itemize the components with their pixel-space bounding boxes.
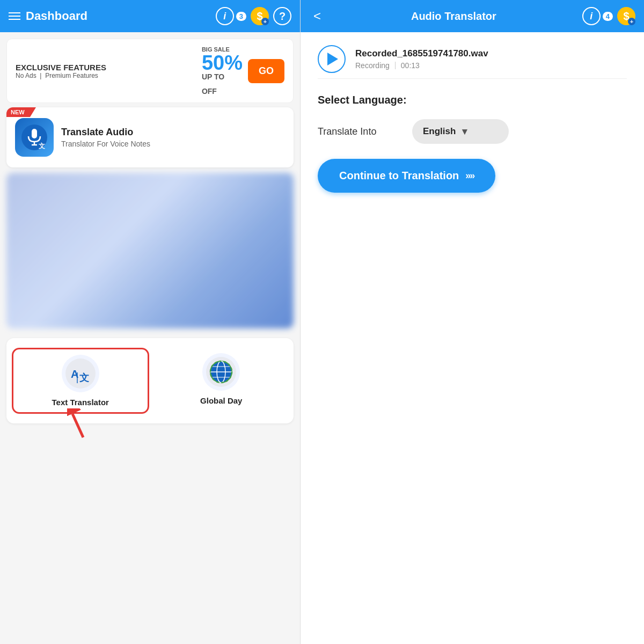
recording-type: Recording: [355, 61, 390, 70]
play-triangle-icon: [327, 53, 338, 65]
chevron-down-icon: ▾: [462, 126, 467, 137]
language-row: Translate Into English ▾: [318, 119, 627, 144]
menu-icon[interactable]: [9, 12, 20, 20]
svg-rect-1: [32, 129, 37, 138]
text-translator-item[interactable]: A 文 Text Translator: [12, 348, 149, 414]
feature-subtitle: Translator For Voice Notes: [61, 140, 150, 148]
text-translator-label: Text Translator: [52, 398, 109, 407]
go-button[interactable]: GO: [248, 59, 284, 83]
promo-banner: EXCLUSIVE FEATURES No Ads | Premium Feat…: [6, 39, 294, 103]
notification-count: 3: [236, 12, 246, 21]
recording-duration: 00:13: [401, 61, 420, 70]
select-language-section: Select Language: Translate Into English …: [318, 94, 627, 144]
promo-title: EXCLUSIVE FEATURES: [16, 63, 196, 72]
text-translator-icon: A 文: [62, 355, 99, 392]
right-notification-count: 4: [603, 12, 613, 21]
coin-icon[interactable]: $ +: [251, 7, 269, 25]
right-content: Recorded_1685519741780.wav Recording 00:…: [301, 32, 644, 206]
svg-line-10: [72, 414, 83, 437]
info-icon[interactable]: i: [216, 7, 234, 25]
language-select[interactable]: English ▾: [412, 119, 509, 144]
promo-subtitle: No Ads | Premium Features: [16, 72, 196, 79]
right-info-icon[interactable]: i: [582, 7, 601, 25]
dashboard-title: Dashboard: [26, 9, 210, 23]
feature-text: Translate Audio Translator For Voice Not…: [61, 127, 150, 148]
translate-into-label: Translate Into: [318, 126, 404, 137]
recording-filename: Recorded_1685519741780.wav: [355, 48, 488, 59]
left-panel: Dashboard i 3 $ + ? EXCLUSIVE FEATURES N…: [0, 0, 301, 644]
select-language-title: Select Language:: [318, 94, 627, 106]
red-arrow-icon: [67, 408, 94, 438]
translate-audio-svg: 文: [21, 125, 47, 150]
global-day-item[interactable]: Global Day: [155, 348, 289, 414]
translate-audio-card[interactable]: NEW 文 Translate Audio Translator For Voi…: [6, 107, 294, 167]
feature-title: Translate Audio: [61, 127, 150, 138]
translate-audio-icon: 文: [15, 118, 54, 157]
promo-sale: BIG SALE 50% UP TO OFF: [202, 47, 243, 95]
meta-separator: [395, 62, 396, 69]
promo-text: EXCLUSIVE FEATURES No Ads | Premium Feat…: [16, 63, 196, 79]
audio-translator-title: Audio Translator: [331, 10, 577, 23]
help-icon[interactable]: ?: [273, 7, 291, 25]
svg-text:文: 文: [39, 142, 45, 150]
global-day-label: Global Day: [200, 396, 242, 405]
left-header: Dashboard i 3 $ + ?: [0, 0, 300, 32]
selected-language: English: [423, 126, 456, 137]
text-translator-svg: A 文: [65, 358, 96, 389]
left-header-icons: i 3 $ + ?: [216, 7, 291, 25]
global-day-icon: [202, 353, 240, 391]
new-badge: NEW: [6, 107, 36, 117]
recording-meta: Recording 00:13: [355, 61, 488, 70]
global-day-svg: [206, 357, 236, 387]
right-panel: < Audio Translator i 4 $ +: [301, 0, 644, 644]
right-header-icons: i 4 $ +: [582, 7, 635, 25]
blurred-content: [6, 173, 294, 328]
continue-to-translation-button[interactable]: Continue to Translation »»: [318, 159, 495, 193]
right-header: < Audio Translator i 4 $ +: [301, 0, 644, 32]
play-button[interactable]: [318, 45, 346, 73]
bottom-apps: A 文 Text Translator: [6, 338, 294, 423]
back-button[interactable]: <: [309, 9, 325, 24]
right-coin-icon[interactable]: $ +: [617, 7, 635, 25]
recording-item: Recorded_1685519741780.wav Recording 00:…: [318, 45, 627, 79]
recording-info: Recorded_1685519741780.wav Recording 00:…: [355, 48, 488, 70]
svg-text:文: 文: [79, 372, 89, 383]
chevrons-icon: »»: [465, 170, 474, 181]
continue-label: Continue to Translation: [339, 170, 459, 182]
